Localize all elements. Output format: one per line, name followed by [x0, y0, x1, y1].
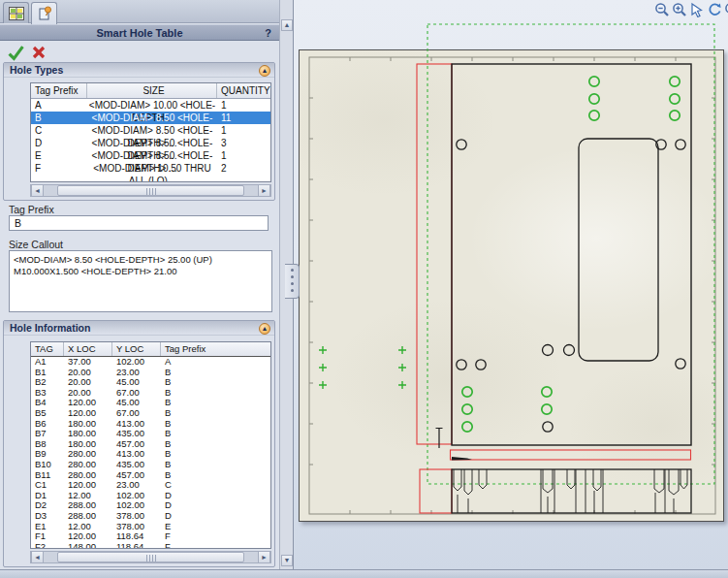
- rotate-view-icon[interactable]: [707, 2, 722, 17]
- pan-icon[interactable]: [724, 2, 728, 17]
- collapse-arrow-icon[interactable]: ▲: [259, 65, 270, 77]
- hole-info-row[interactable]: A1 37.00 102.00 A: [31, 357, 270, 368]
- hole-info-row[interactable]: B10 280.00 435.00 B: [31, 460, 270, 470]
- hole-information-header-row: TAG X LOC Y LOC Tag Prefix: [31, 342, 270, 357]
- scroll-thumb[interactable]: [57, 552, 244, 562]
- scroll-right-icon[interactable]: ►: [258, 552, 270, 562]
- tag-prefix-input[interactable]: B: [9, 215, 269, 231]
- zoom-out-icon[interactable]: [654, 2, 670, 17]
- scroll-left-icon[interactable]: ◄: [31, 185, 44, 196]
- col-tag-prefix: Tag Prefix: [161, 342, 270, 356]
- hole-types-group: Hole Types ▲ Tag Prefix SIZE QUANTITY A …: [3, 62, 275, 201]
- ok-check-button[interactable]: [8, 45, 24, 61]
- panel-splitter-handle[interactable]: [285, 264, 300, 299]
- collapse-arrow-icon[interactable]: ▲: [259, 323, 270, 335]
- hole-type-row[interactable]: B <MOD-DIAM> 8.50 <HOLE-DEPTH> ... 11: [31, 112, 270, 124]
- drawing-sheet[interactable]: [299, 49, 724, 522]
- scroll-down-icon[interactable]: ▼: [281, 555, 293, 566]
- panel-tab-bar: [0, 0, 279, 23]
- property-manager-tab[interactable]: [31, 2, 57, 24]
- hole-type-row[interactable]: E <MOD-DIAM> 8.50 <HOLE-DEPTH> ... 1: [31, 149, 270, 162]
- hole-type-row[interactable]: A <MOD-DIAM> 10.00 <HOLE-DEPTH... 1: [31, 99, 270, 112]
- hole-type-row[interactable]: C <MOD-DIAM> 8.50 <HOLE-DEPTH> ... 1: [31, 124, 270, 137]
- scroll-left-icon[interactable]: ◄: [31, 552, 44, 562]
- scroll-up-icon[interactable]: ▲: [281, 19, 293, 31]
- hole-type-row[interactable]: D <MOD-DIAM> 8.50 <HOLE-DEPTH> ... 3: [31, 137, 270, 149]
- help-button[interactable]: ?: [265, 25, 271, 41]
- hole-information-list: TAG X LOC Y LOC Tag Prefix A1 37.00 102.…: [30, 341, 271, 549]
- hole-types-label: Hole Types: [10, 64, 63, 76]
- cancel-x-button[interactable]: [32, 46, 46, 59]
- hole-table-tab[interactable]: [3, 2, 29, 23]
- drawing-graphics-area[interactable]: [293, 0, 728, 569]
- status-bar-sliver: [0, 569, 728, 578]
- col-y-loc: Y LOC: [112, 342, 161, 356]
- tag-prefix-label: Tag Prefix: [9, 204, 54, 215]
- size-callout-label: Size Callout: [9, 239, 63, 250]
- col-quantity: QUANTITY: [217, 83, 271, 98]
- zoom-to-selection-icon[interactable]: [689, 2, 705, 17]
- hole-types-hscrollbar[interactable]: ◄ ►: [30, 184, 271, 197]
- size-callout-line2: M10.000X1.500 <HOLE-DEPTH> 21.00: [14, 266, 268, 277]
- view-toolbar: [654, 2, 728, 17]
- hole-information-hscrollbar[interactable]: ◄ ►: [30, 551, 271, 563]
- col-size: SIZE: [87, 83, 217, 98]
- hole-information-label: Hole Information: [10, 322, 90, 334]
- panel-header: Smart Hole Table ?: [0, 24, 279, 41]
- size-callout-line1: <MOD-DIAM> 8.50 <HOLE-DEPTH> 25.00 (UP): [14, 254, 268, 266]
- hole-information-group-header[interactable]: Hole Information ▲: [4, 321, 274, 336]
- zoom-to-area-icon[interactable]: [672, 2, 687, 17]
- hole-types-group-header[interactable]: Hole Types ▲: [4, 63, 274, 78]
- size-callout-box[interactable]: <MOD-DIAM> 8.50 <HOLE-DEPTH> 25.00 (UP) …: [9, 250, 272, 312]
- col-tag-prefix: Tag Prefix: [31, 83, 87, 98]
- col-x-loc: X LOC: [64, 342, 112, 356]
- hole-type-row[interactable]: F <MOD-DIAM> 10.50 THRU ALL (LO)... 2: [31, 162, 270, 175]
- hole-info-row[interactable]: B5 120.00 67.00 B: [31, 408, 270, 419]
- panel-title: Smart Hole Table: [96, 27, 182, 39]
- hole-types-list: Tag Prefix SIZE QUANTITY A <MOD-DIAM> 10…: [30, 82, 271, 182]
- hole-types-header-row: Tag Prefix SIZE QUANTITY: [31, 83, 270, 99]
- page-pin-icon: [37, 6, 52, 21]
- col-tag: TAG: [31, 342, 64, 356]
- scroll-right-icon[interactable]: ►: [258, 185, 270, 196]
- hole-info-row[interactable]: F2 148.00 118.64 F: [31, 542, 270, 549]
- smart-hole-table-window: Smart Hole Table ? Hole Types ▲ Tag Pref…: [0, 0, 728, 578]
- hole-information-group: Hole Information ▲ TAG X LOC Y LOC Tag P…: [3, 320, 275, 567]
- scroll-thumb[interactable]: [57, 185, 244, 196]
- property-manager-panel: Smart Hole Table ? Hole Types ▲ Tag Pref…: [0, 0, 279, 569]
- hole-info-row[interactable]: D3 288.00 378.00 D: [31, 511, 270, 522]
- table-grid-icon: [9, 7, 24, 20]
